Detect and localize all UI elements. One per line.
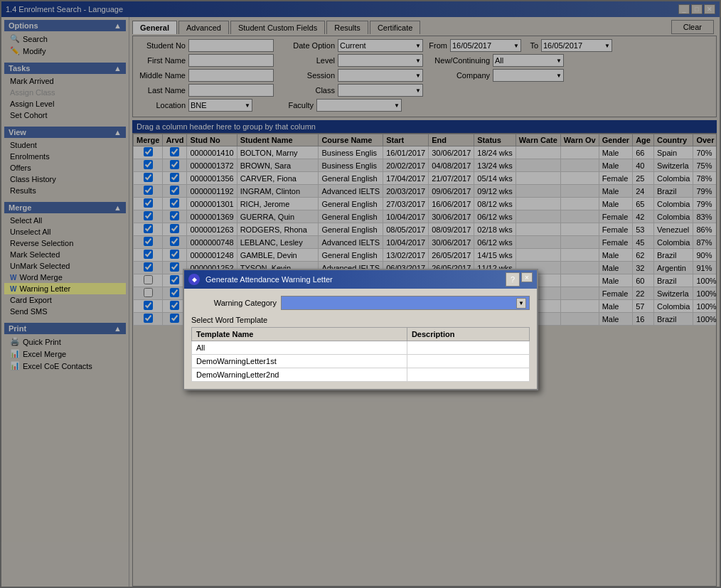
modal-title-bar: ◆ Generate Attendance Warning Letter ? × [184,270,537,289]
template-name-cell: DemoWarningLetter2nd [192,368,407,382]
template-row[interactable]: DemoWarningLetter2nd [192,368,530,382]
warning-category-select[interactable]: ▼ [281,296,530,310]
template-section: Select Word Template Template Name Descr… [191,316,530,382]
modal-title-label: Generate Attendance Warning Letter [205,275,333,284]
template-col-description: Description [407,328,529,341]
template-name-cell: DemoWarningLetter1st [192,355,407,368]
template-description-cell [407,368,529,382]
modal-help-button[interactable]: ? [506,272,520,287]
template-body: All DemoWarningLetter1st DemoWarningLett… [192,341,530,382]
modal-buttons: ? × [506,272,533,287]
template-row[interactable]: All [192,341,530,355]
template-description-cell [407,355,529,368]
select-word-template-label: Select Word Template [191,316,530,324]
modal-icon: ◆ [188,274,200,285]
modal-close-button[interactable]: × [521,272,533,282]
template-header-row: Template Name Description [192,328,530,341]
modal-title-text: ◆ Generate Attendance Warning Letter [188,274,506,285]
modal-content: Warning Category ▼ Select Word Template … [184,289,537,389]
template-description-cell [407,341,529,355]
template-table: Template Name Description All DemoWarnin… [191,327,530,382]
template-name-cell: All [192,341,407,355]
warning-category-arrow: ▼ [516,298,526,309]
warning-category-label: Warning Category [191,299,277,307]
modal-overlay: ◆ Generate Attendance Warning Letter ? ×… [0,0,721,588]
generate-warning-letter-modal: ◆ Generate Attendance Warning Letter ? ×… [183,269,538,390]
template-row[interactable]: DemoWarningLetter1st [192,355,530,368]
warning-category-row: Warning Category ▼ [191,296,530,310]
template-col-name: Template Name [192,328,407,341]
